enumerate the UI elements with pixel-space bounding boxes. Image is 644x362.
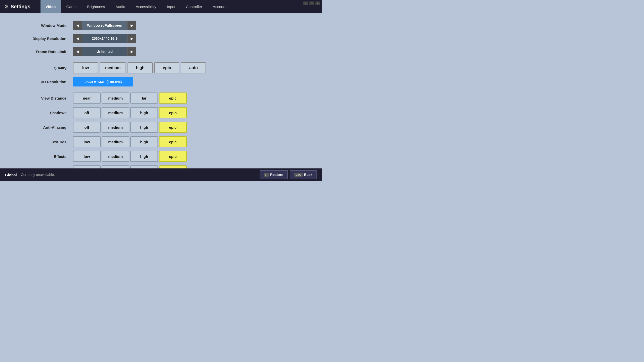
frame-rate-prev[interactable]: ◀	[73, 47, 82, 56]
3d-resolution-value[interactable]: 644 x 362 (100.0%)	[73, 77, 133, 86]
shadows-high[interactable]: high	[130, 107, 158, 118]
post-processing-epic[interactable]: epic	[159, 165, 187, 168]
quality-high[interactable]: high	[128, 62, 153, 73]
effects-row: Effects low medium high epic	[15, 151, 307, 162]
anti-aliasing-label: Anti-Aliasing	[15, 125, 70, 129]
bottom-left: Global Currently unavailable.	[5, 173, 55, 177]
textures-label: Textures	[15, 140, 70, 144]
shadows-off[interactable]: off	[73, 107, 101, 118]
window-mode-row: Window Mode ◀ WindowedFullscreen ▶	[15, 21, 307, 30]
view-distance-medium[interactable]: medium	[102, 93, 129, 104]
tab-game[interactable]: Game	[61, 0, 82, 13]
3d-resolution-row: 3D Resolution 644 x 362 (100.0%)	[15, 77, 307, 86]
window-mode-value: WindowedFullscreen	[82, 21, 127, 30]
effects-high[interactable]: high	[130, 151, 158, 162]
window-controls: – □ ✕	[303, 2, 320, 5]
restore-label: Restore	[270, 173, 283, 177]
textures-row: Textures low medium high epic	[15, 136, 307, 147]
textures-epic[interactable]: epic	[159, 136, 187, 147]
quality-medium[interactable]: medium	[100, 62, 126, 73]
restore-button[interactable]: R Restore	[260, 170, 288, 179]
tab-input[interactable]: Input	[162, 0, 180, 13]
effects-medium[interactable]: medium	[102, 151, 129, 162]
back-label: Back	[304, 173, 312, 177]
main-content: Window Mode ◀ WindowedFullscreen ▶ Displ…	[0, 13, 322, 168]
frame-rate-selector: ◀ Unlimited ▶	[73, 47, 136, 56]
effects-options: low medium high epic	[73, 151, 187, 162]
tab-audio[interactable]: Audio	[110, 0, 130, 13]
quality-label: Quality	[15, 66, 70, 70]
window-mode-selector: ◀ WindowedFullscreen ▶	[73, 21, 136, 30]
shadows-medium[interactable]: medium	[102, 107, 129, 118]
nav-bar: ⚙ Settings Video Game Brightness Audio A…	[0, 0, 322, 13]
bottom-bar: Global Currently unavailable. R Restore …	[0, 168, 322, 181]
anti-aliasing-epic[interactable]: epic	[159, 122, 187, 133]
display-resolution-next[interactable]: ▶	[127, 34, 136, 43]
anti-aliasing-off[interactable]: off	[73, 122, 101, 133]
anti-aliasing-options: off medium high epic	[73, 122, 187, 133]
back-key: ESC	[294, 173, 303, 177]
tab-accessibility[interactable]: Accessibility	[131, 0, 162, 13]
post-processing-high[interactable]: high	[130, 165, 158, 168]
quality-epic[interactable]: epic	[154, 62, 179, 73]
frame-rate-label: Frame Rate Limit	[15, 50, 70, 54]
textures-high[interactable]: high	[130, 136, 158, 147]
post-processing-medium[interactable]: medium	[102, 165, 129, 168]
textures-low[interactable]: low	[73, 136, 101, 147]
anti-aliasing-medium[interactable]: medium	[102, 122, 129, 133]
bottom-right: R Restore ESC Back	[260, 170, 317, 179]
shadows-row: Shadows off medium high epic	[15, 107, 307, 118]
quality-auto[interactable]: auto	[181, 62, 206, 73]
close-button[interactable]: ✕	[315, 2, 320, 5]
nav-tabs: Video Game Brightness Audio Accessibilit…	[41, 0, 231, 13]
frame-rate-next[interactable]: ▶	[127, 47, 136, 56]
minimize-button[interactable]: –	[303, 2, 308, 5]
window-mode-prev[interactable]: ◀	[73, 21, 82, 30]
scope-label: Global	[5, 173, 17, 177]
effects-epic[interactable]: epic	[159, 151, 187, 162]
frame-rate-row: Frame Rate Limit ◀ Unlimited ▶	[15, 47, 307, 56]
app-title: Settings	[11, 4, 30, 10]
quality-row: Quality low medium high epic auto	[15, 62, 307, 73]
tab-account[interactable]: Account	[208, 0, 231, 13]
effects-label: Effects	[15, 154, 70, 159]
view-distance-epic[interactable]: epic	[159, 93, 187, 104]
display-resolution-prev[interactable]: ◀	[73, 34, 82, 43]
3d-resolution-label: 3D Resolution	[15, 80, 70, 84]
tab-controller[interactable]: Controller	[181, 0, 207, 13]
display-resolution-label: Display Resolution	[15, 36, 70, 41]
status-text: Currently unavailable.	[21, 173, 55, 177]
display-resolution-value: 644x362 16:9	[82, 34, 127, 43]
tab-video[interactable]: Video	[41, 0, 61, 13]
quality-group: low medium high epic auto	[73, 62, 206, 73]
view-distance-near[interactable]: near	[73, 93, 101, 104]
post-processing-low[interactable]: low	[73, 165, 101, 168]
back-button[interactable]: ESC Back	[290, 170, 317, 179]
effects-low[interactable]: low	[73, 151, 101, 162]
post-processing-options: low medium high epic	[73, 165, 187, 168]
anti-aliasing-row: Anti-Aliasing off medium high epic	[15, 122, 307, 133]
window-mode-label: Window Mode	[15, 23, 70, 28]
anti-aliasing-high[interactable]: high	[130, 122, 158, 133]
view-distance-row: View Distance near medium far epic	[15, 93, 307, 104]
view-distance-label: View Distance	[15, 96, 70, 100]
display-resolution-row: Display Resolution ◀ 644x362 16:9 ▶	[15, 34, 307, 43]
frame-rate-value: Unlimited	[82, 47, 127, 56]
settings-icon: ⚙	[4, 4, 9, 10]
window-mode-next[interactable]: ▶	[127, 21, 136, 30]
quality-low[interactable]: low	[73, 62, 98, 73]
textures-options: low medium high epic	[73, 136, 187, 147]
display-resolution-selector: ◀ 644x362 16:9 ▶	[73, 34, 136, 43]
textures-medium[interactable]: medium	[102, 136, 129, 147]
maximize-button[interactable]: □	[309, 2, 314, 5]
shadows-epic[interactable]: epic	[159, 107, 187, 118]
shadows-options: off medium high epic	[73, 107, 187, 118]
view-distance-far[interactable]: far	[130, 93, 158, 104]
restore-key: R	[264, 173, 269, 177]
view-distance-options: near medium far epic	[73, 93, 187, 104]
shadows-label: Shadows	[15, 111, 70, 115]
tab-brightness[interactable]: Brightness	[82, 0, 110, 13]
post-processing-row: Post Processing low medium high epic	[15, 165, 307, 168]
